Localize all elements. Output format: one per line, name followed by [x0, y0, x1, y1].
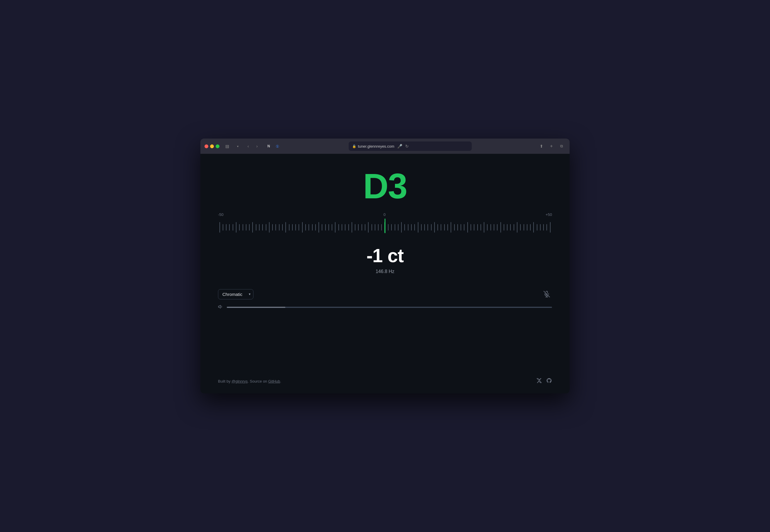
- scale-ruler: [218, 219, 552, 236]
- scale-labels: -50 0 +50: [218, 212, 552, 217]
- sidebar-toggle-icon[interactable]: ▤: [223, 142, 231, 150]
- github-link[interactable]: [546, 378, 552, 385]
- back-arrow-icon[interactable]: ‹: [244, 142, 252, 150]
- tick: [350, 222, 353, 233]
- tick: [225, 224, 228, 231]
- tick: [522, 224, 525, 231]
- tick: [304, 224, 307, 231]
- footer-text-suffix: .: [280, 379, 281, 383]
- new-tab-icon[interactable]: +: [547, 142, 556, 150]
- tick: [473, 224, 476, 231]
- forward-arrow-icon[interactable]: ›: [253, 142, 261, 150]
- svg-marker-3: [219, 305, 221, 308]
- address-bar-container: 🔒 tuner.glennreyes.com 🎤 ↻: [285, 141, 535, 151]
- scale-label-right: +50: [546, 212, 552, 217]
- tick: [545, 224, 548, 231]
- minimize-button[interactable]: [210, 144, 214, 148]
- nav-arrows: ‹ ›: [244, 142, 261, 150]
- tick: [344, 224, 347, 231]
- tick: [373, 224, 377, 231]
- tick: [354, 224, 357, 231]
- scale-dropdown[interactable]: Chromatic Guitar Bass Ukulele Violin: [218, 289, 253, 299]
- volume-slider-track[interactable]: [227, 307, 552, 308]
- lock-icon: 🔒: [352, 144, 356, 148]
- tick: [294, 224, 297, 231]
- tick: [390, 224, 393, 231]
- tick: [264, 224, 268, 231]
- onepassword-icon[interactable]: ①: [273, 142, 282, 150]
- tick: [363, 224, 367, 231]
- tick: [377, 224, 380, 231]
- tick: [459, 224, 463, 231]
- mic-mute-icon: [544, 291, 550, 297]
- twitter-x-link[interactable]: [536, 378, 542, 385]
- tab-overview-icon[interactable]: ⧉: [557, 142, 565, 150]
- author-link[interactable]: @glnnrys: [231, 379, 248, 383]
- tick: [218, 222, 221, 233]
- tick: [423, 224, 426, 231]
- tick: [321, 224, 324, 231]
- tick: [314, 224, 317, 231]
- tick: [400, 222, 403, 233]
- tick: [251, 222, 254, 233]
- center-indicator: [385, 219, 386, 233]
- tick: [307, 224, 311, 231]
- cents-display: -1 ct: [367, 245, 404, 267]
- tick: [274, 224, 277, 231]
- tick: [499, 222, 502, 233]
- tick: [386, 224, 390, 231]
- tick: [456, 224, 459, 231]
- tick: [403, 224, 406, 231]
- notion-icon[interactable]: N: [265, 142, 273, 150]
- tick: [327, 224, 330, 231]
- volume-slider-fill: [227, 307, 285, 308]
- tick: [334, 222, 337, 233]
- tick: [532, 222, 535, 233]
- tick: [420, 224, 423, 231]
- tick: [244, 224, 248, 231]
- scale-label-center: 0: [384, 212, 386, 217]
- footer-icons: [536, 378, 552, 385]
- tick: [367, 222, 370, 233]
- tick: [486, 224, 489, 231]
- tick: [231, 224, 234, 231]
- tick: [525, 224, 529, 231]
- tick: [492, 224, 495, 231]
- cents-value: -1 ct: [367, 245, 404, 267]
- tick: [443, 224, 446, 231]
- tick: [539, 224, 542, 231]
- tick: [502, 224, 505, 231]
- tick: [258, 224, 261, 231]
- maximize-button[interactable]: [216, 144, 219, 148]
- close-button[interactable]: [205, 144, 208, 148]
- tick: [297, 224, 301, 231]
- address-bar[interactable]: 🔒 tuner.glennreyes.com 🎤 ↻: [349, 141, 472, 151]
- tick: [519, 224, 522, 231]
- tick: [446, 224, 449, 231]
- tick: [430, 224, 433, 231]
- chevron-down-icon[interactable]: ▾: [234, 142, 242, 150]
- note-display: D3: [363, 168, 407, 204]
- footer-text-prefix: Built by: [218, 379, 231, 383]
- traffic-lights: [205, 144, 219, 148]
- tick: [449, 222, 453, 233]
- tick: [509, 224, 512, 231]
- mic-mute-button[interactable]: [541, 289, 552, 299]
- tick: [301, 222, 304, 233]
- tick: [496, 224, 499, 231]
- tick: [281, 224, 284, 231]
- tick: [324, 224, 327, 231]
- tick: [287, 224, 291, 231]
- github-source-link[interactable]: GitHub: [268, 379, 280, 383]
- tick: [357, 224, 360, 231]
- reload-icon[interactable]: ↻: [405, 144, 409, 149]
- tick: [469, 224, 472, 231]
- browser-window: ▤ ▾ ‹ › N ① 🔒 tuner.glennreyes.com 🎤 ↻ ⬆…: [200, 139, 570, 393]
- tick: [347, 224, 350, 231]
- x-twitter-icon: [536, 378, 542, 383]
- footer-text-middle: . Source on: [248, 379, 268, 383]
- tick: [277, 224, 281, 231]
- tick: [360, 224, 363, 231]
- share-icon[interactable]: ⬆: [537, 142, 546, 150]
- page-footer: Built by @glnnrys. Source on GitHub.: [218, 378, 552, 385]
